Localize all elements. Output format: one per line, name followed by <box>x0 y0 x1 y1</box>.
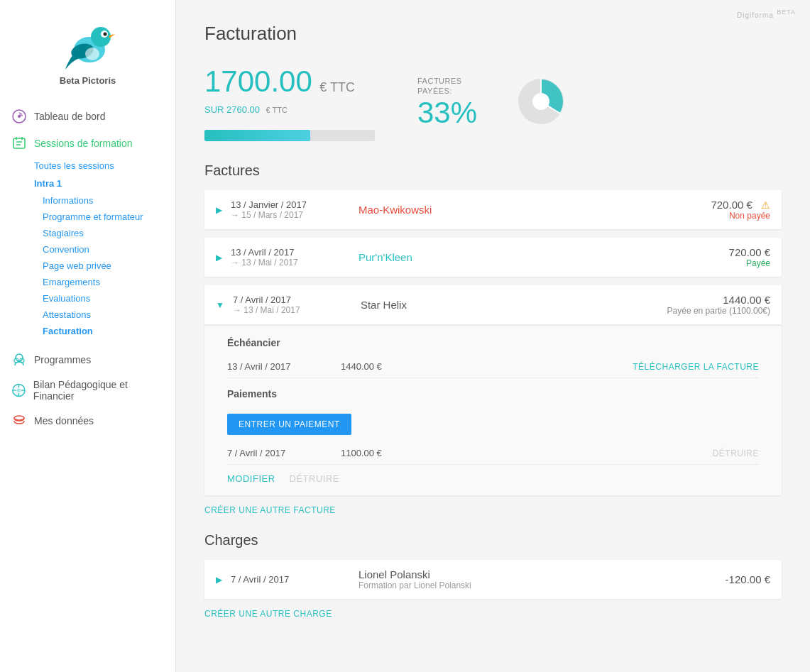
invoice-row-2: ▶ 13 / Avril / 2017 → 13 / Mai / 2017 Pu… <box>204 238 782 277</box>
charge-1-desc: Lionel Polanski Formation par Lionel Pol… <box>344 568 726 590</box>
invoice-1-toggle[interactable]: ▶ <box>216 205 222 215</box>
svg-rect-8 <box>13 138 25 148</box>
charge-1-toggle[interactable]: ▶ <box>216 575 222 585</box>
create-invoice-link[interactable]: CRÉER UNE AUTRE FACTURE <box>204 505 782 515</box>
bilan-icon <box>11 382 26 398</box>
dashboard-icon <box>11 109 27 124</box>
pie-chart <box>513 73 569 133</box>
invoice-1-dates: 13 / Janvier / 2017 → 15 / Mars / 2017 <box>231 199 344 220</box>
create-charge-link[interactable]: CRÉER UNE AUTRE CHARGE <box>204 609 782 619</box>
invoice-2-status: Payée <box>657 258 770 268</box>
invoice-footer-actions: MODIFIER DÉTRUIRE <box>227 465 759 484</box>
sidebar-sub-facturation[interactable]: Facturation <box>0 323 175 339</box>
sidebar-item-sessions-label: Sessions de formation <box>34 138 133 149</box>
sidebar-sub-convention[interactable]: Convention <box>0 241 175 258</box>
pie-chart-svg <box>513 73 569 130</box>
svg-point-1 <box>91 27 111 47</box>
warning-icon-1: ⚠ <box>761 199 770 211</box>
invoice-1-status: Non payée <box>657 211 770 221</box>
progress-bar-fill <box>204 130 310 141</box>
logo-icon <box>60 14 116 71</box>
percent-pie-block: FACTURES PAYÉES: 33% <box>417 73 569 133</box>
total-amount-line: SUR 2760.00 € TTC <box>204 103 375 116</box>
echeancier-row-1: 13 / Avril / 2017 1440.00 € TÉLÉCHARGER … <box>227 356 759 378</box>
sessions-icon <box>11 136 27 151</box>
invoice-3-client: Star Helix <box>346 299 657 311</box>
sidebar-sub-pageweb[interactable]: Page web privée <box>0 258 175 274</box>
sidebar-sub-evaluations[interactable]: Evaluations <box>0 290 175 307</box>
sidebar-item-sessions[interactable]: Sessions de formation <box>0 130 175 157</box>
echeancier-title: Échéancier <box>227 337 759 348</box>
invoice-2-amount-block: 720.00 € Payée <box>657 246 770 268</box>
invoice-1-amount: 720.00 € ⚠ <box>657 199 770 211</box>
invoice-row-1-header[interactable]: ▶ 13 / Janvier / 2017 → 15 / Mars / 2017… <box>204 190 782 229</box>
invoice-3-amount: 1440.00 € <box>657 294 770 306</box>
invoice-1-client: Mao-Kwikowski <box>344 204 657 216</box>
detruire-paiement-btn[interactable]: DÉTRUIRE <box>713 448 759 458</box>
mesdonnees-icon <box>11 413 27 429</box>
sidebar-sub-informations[interactable]: Informations <box>0 192 175 209</box>
sidebar-item-tableau-label: Tableau de bord <box>34 111 105 122</box>
app-name: Beta Pictoris <box>60 75 116 86</box>
invoice-row-3-header[interactable]: ▼ 7 / Avril / 2017 → 13 / Mai / 2017 Sta… <box>204 285 782 325</box>
charge-1-amount: -120.00 € <box>726 573 770 585</box>
total-amount-label: SUR 2760.00 <box>204 104 260 115</box>
svg-point-19 <box>17 388 21 392</box>
sidebar-item-tableau[interactable]: Tableau de bord <box>0 103 175 130</box>
svg-point-27 <box>532 93 549 110</box>
invoice-row-1: ▶ 13 / Janvier / 2017 → 15 / Mars / 2017… <box>204 190 782 229</box>
paid-amount-block: 1700.00 € TTC SUR 2760.00 € TTC <box>204 65 375 141</box>
page-title: Facturation <box>204 23 782 45</box>
sidebar-sub-intra1[interactable]: Intra 1 <box>0 175 175 192</box>
svg-point-22 <box>14 416 24 420</box>
invoice-row-2-header[interactable]: ▶ 13 / Avril / 2017 → 13 / Mai / 2017 Pu… <box>204 238 782 277</box>
invoice-3-toggle[interactable]: ▼ <box>216 300 224 310</box>
modifier-invoice-btn[interactable]: MODIFIER <box>227 473 275 484</box>
percent-label: FACTURES PAYÉES: <box>417 76 462 97</box>
sidebar-item-programmes[interactable]: Programmes <box>0 346 175 373</box>
invoice-2-toggle[interactable]: ▶ <box>216 253 222 263</box>
charges-section-title: Charges <box>204 532 782 549</box>
logo-area: Beta Pictoris <box>60 14 116 86</box>
invoice-2-amount: 720.00 € <box>657 246 770 258</box>
sidebar-sub-toutes[interactable]: Toutes les sessions <box>0 157 175 175</box>
detruire-invoice-btn[interactable]: DÉTRUIRE <box>290 473 339 484</box>
sidebar-sub-programme[interactable]: Programme et formateur <box>0 209 175 225</box>
svg-point-5 <box>85 48 99 60</box>
main-content: Digiforma BETA Facturation 1700.00 € TTC… <box>176 0 810 672</box>
factures-section-title: Factures <box>204 163 782 179</box>
invoice-2-client: Pur'n'Kleen <box>344 251 657 263</box>
stats-row: 1700.00 € TTC SUR 2760.00 € TTC FACTURES… <box>204 65 782 141</box>
percent-value: 33% <box>417 96 477 130</box>
svg-point-13 <box>16 354 23 361</box>
progress-bar-track <box>204 130 375 141</box>
invoice-3-detail: Échéancier 13 / Avril / 2017 1440.00 € T… <box>204 325 782 495</box>
sidebar-item-mesdonnees[interactable]: Mes données <box>0 407 175 434</box>
svg-point-4 <box>103 33 106 36</box>
paid-amount-currency: € TTC <box>319 80 355 94</box>
invoice-1-amount-block: 720.00 € ⚠ Non payée <box>657 199 770 221</box>
charge-row-1: ▶ 7 / Avril / 2017 Lionel Polanski Forma… <box>204 560 782 599</box>
invoice-3-dates: 7 / Avril / 2017 → 13 / Mai / 2017 <box>233 294 346 315</box>
invoice-row-3: ▼ 7 / Avril / 2017 → 13 / Mai / 2017 Sta… <box>204 285 782 495</box>
sidebar-sub-attestations[interactable]: Attestations <box>0 307 175 323</box>
svg-point-7 <box>18 115 21 118</box>
paiements-title: Paiements <box>227 388 759 400</box>
paiement-row-1: 7 / Avril / 2017 1100.00 € DÉTRUIRE <box>227 442 759 465</box>
sidebar-item-bilan[interactable]: Bilan Pédagogique et Financier <box>0 373 175 407</box>
nav-section: Tableau de bord Sessions de formation To… <box>0 103 175 434</box>
paiements-section: Paiements ENTRER UN PAIEMENT 7 / Avril /… <box>227 388 759 465</box>
invoice-3-status: Payée en partie (1100.00€) <box>657 306 770 316</box>
paid-amount-line: 1700.00 € TTC <box>204 65 375 99</box>
entrer-paiement-btn[interactable]: ENTRER UN PAIEMENT <box>227 414 351 435</box>
telecharger-facture-btn[interactable]: TÉLÉCHARGER LA FACTURE <box>633 362 759 372</box>
paid-amount-value: 1700.00 <box>204 65 312 98</box>
invoice-2-dates: 13 / Avril / 2017 → 13 / Mai / 2017 <box>231 247 344 268</box>
programmes-icon <box>11 352 27 368</box>
invoice-3-amount-block: 1440.00 € Payée en partie (1100.00€) <box>657 294 770 316</box>
sidebar-sub-emargements[interactable]: Emargements <box>0 274 175 290</box>
sidebar-sub-stagiaires[interactable]: Stagiaires <box>0 225 175 241</box>
digiforma-badge: Digiforma BETA <box>737 9 796 20</box>
sidebar: Beta Pictoris Tableau de bord Sessions d… <box>0 0 176 672</box>
total-amount-currency: € TTC <box>266 106 288 114</box>
